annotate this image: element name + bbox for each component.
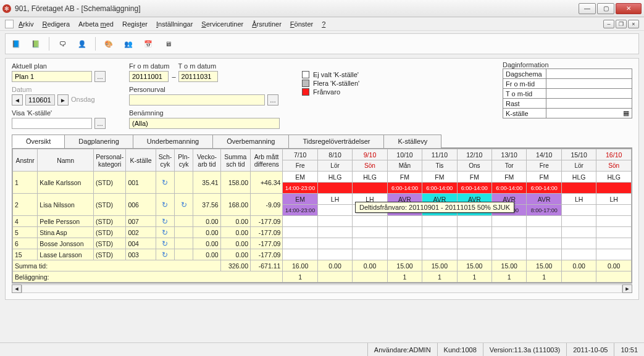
input-tom-date[interactable]: [178, 71, 218, 82]
pln-icon[interactable]: ↻: [181, 201, 187, 209]
menu-arkiv[interactable]: Arkiv: [19, 20, 33, 28]
day-header[interactable]: 10/10: [387, 149, 422, 160]
sch-icon[interactable]: ↻: [162, 239, 168, 248]
day-cell[interactable]: [422, 216, 457, 227]
sch-icon[interactable]: ↻: [162, 228, 168, 237]
day-cell[interactable]: EM: [283, 172, 317, 183]
date-prev[interactable]: ◄: [12, 94, 23, 106]
day-cell[interactable]: [387, 227, 422, 238]
day-cell[interactable]: [596, 238, 632, 249]
day-cell[interactable]: [457, 227, 491, 238]
day-cell[interactable]: [422, 238, 457, 249]
day-cell[interactable]: [422, 227, 457, 238]
day-cell[interactable]: [561, 249, 596, 260]
minimize-button[interactable]: —: [579, 3, 596, 14]
day-header[interactable]: 9/10: [353, 149, 387, 160]
mdi-minimize-button[interactable]: –: [603, 20, 614, 28]
day-cell[interactable]: LH: [561, 194, 596, 205]
menu-arsrutiner[interactable]: Årsrutiner: [252, 20, 282, 28]
scroll-right[interactable]: ►: [622, 284, 632, 293]
day-cell[interactable]: FM: [422, 172, 457, 183]
mdi-system-icon[interactable]: [5, 20, 14, 28]
day-cell[interactable]: FM: [457, 172, 491, 183]
schedule-grid[interactable]: AnstnrNamnPersonal-kategoriK-ställeSch-c…: [12, 148, 632, 283]
toolbar-btn-5[interactable]: 🎨: [102, 37, 115, 51]
day-cell[interactable]: FM: [527, 172, 561, 183]
table-row[interactable]: 1Kalle Karlsson(STD)001↻35.41158.00+46.3…: [13, 172, 632, 183]
day-header[interactable]: 8/10: [317, 149, 352, 160]
menu-arbeta-med[interactable]: Arbeta med: [78, 20, 114, 28]
menu-help[interactable]: ?: [322, 20, 325, 28]
day-cell[interactable]: [317, 227, 352, 238]
day-cell[interactable]: [283, 249, 317, 260]
day-cell[interactable]: [596, 249, 632, 260]
table-row[interactable]: 6Bosse Jonsson(STD)004↻0.000.00-177.09: [13, 238, 632, 249]
col-header[interactable]: Personal-kategori: [94, 149, 126, 172]
col-header[interactable]: Arb måttdifferens: [251, 149, 283, 172]
input-aktuell-plan[interactable]: [12, 71, 92, 82]
tab-översikt[interactable]: Översikt: [12, 135, 65, 148]
day-header[interactable]: 13/10: [492, 149, 527, 160]
mdi-restore-button[interactable]: ❐: [616, 20, 627, 28]
day-cell[interactable]: [527, 249, 561, 260]
table-row[interactable]: 5Stina Asp(STD)002↻0.000.00-177.09: [13, 227, 632, 238]
col-header[interactable]: Anstnr: [13, 149, 38, 172]
day-cell[interactable]: [353, 216, 387, 227]
toolbar-btn-4[interactable]: 👤: [75, 37, 89, 51]
day-cell[interactable]: [457, 238, 491, 249]
day-cell[interactable]: [283, 227, 317, 238]
sch-icon[interactable]: ↻: [162, 201, 168, 209]
day-cell[interactable]: [317, 216, 352, 227]
table-row[interactable]: 15Lasse Larsson(STD)003↻0.000.00-177.09: [13, 249, 632, 260]
tab-k-ställevy[interactable]: K-ställevy: [383, 135, 441, 148]
col-header[interactable]: Sch-cyk: [156, 149, 174, 172]
tab-tidsregelöverträdelser[interactable]: Tidsregelöverträdelser: [288, 135, 384, 148]
day-cell[interactable]: [492, 216, 527, 227]
day-cell[interactable]: [353, 249, 387, 260]
menu-servicerutiner[interactable]: Servicerutiner: [201, 20, 243, 28]
day-cell[interactable]: [387, 238, 422, 249]
menu-register[interactable]: Register: [122, 20, 148, 28]
grid-hscroll[interactable]: ◄ ►: [12, 283, 632, 293]
day-cell[interactable]: [561, 216, 596, 227]
table-row[interactable]: 4Pelle Persson(STD)007↻0.000.00-177.09: [13, 216, 632, 227]
day-cell[interactable]: [353, 227, 387, 238]
input-benamning[interactable]: [129, 118, 280, 129]
day-cell[interactable]: [387, 249, 422, 260]
date-next[interactable]: ►: [57, 94, 69, 106]
mdi-close-button[interactable]: ×: [628, 20, 639, 28]
day-cell[interactable]: [527, 238, 561, 249]
day-cell[interactable]: HLG: [353, 172, 387, 183]
toolbar-btn-6[interactable]: 👥: [122, 37, 135, 51]
menu-installningar[interactable]: Inställningar: [156, 20, 193, 28]
day-cell[interactable]: FM: [492, 172, 527, 183]
day-cell[interactable]: [561, 238, 596, 249]
input-personurval[interactable]: [129, 94, 265, 106]
sch-icon[interactable]: ↻: [162, 217, 168, 226]
day-cell[interactable]: [596, 227, 632, 238]
day-header[interactable]: 16/10: [596, 149, 632, 160]
day-cell[interactable]: [596, 216, 632, 227]
table-row[interactable]: 2Lisa Nilsson(STD)006↻↻37.56168.00-9.09E…: [13, 194, 632, 205]
day-cell[interactable]: HLG: [561, 172, 596, 183]
picker-personurval[interactable]: …: [267, 94, 278, 106]
menu-fonster[interactable]: Fönster: [290, 20, 313, 28]
close-button[interactable]: ✕: [616, 3, 642, 14]
day-cell[interactable]: [283, 238, 317, 249]
day-cell[interactable]: [422, 249, 457, 260]
scroll-left[interactable]: ◄: [12, 284, 22, 293]
day-cell[interactable]: HLG: [317, 172, 352, 183]
input-from-date[interactable]: [129, 71, 169, 82]
day-cell[interactable]: [492, 227, 527, 238]
toolbar-btn-2[interactable]: 📗: [29, 37, 43, 51]
day-cell[interactable]: [283, 216, 317, 227]
day-header[interactable]: 11/10: [422, 149, 457, 160]
col-header[interactable]: Summasch tid: [220, 149, 250, 172]
day-cell[interactable]: [317, 249, 352, 260]
tab-dagplanering[interactable]: Dagplanering: [64, 135, 133, 148]
day-cell[interactable]: AVR: [527, 194, 561, 205]
picker-aktuell-plan[interactable]: …: [94, 71, 106, 82]
toolbar-btn-3[interactable]: 🗨: [56, 37, 69, 51]
sch-icon[interactable]: ↻: [162, 250, 168, 259]
col-header[interactable]: Vecko-arb tid: [193, 149, 220, 172]
